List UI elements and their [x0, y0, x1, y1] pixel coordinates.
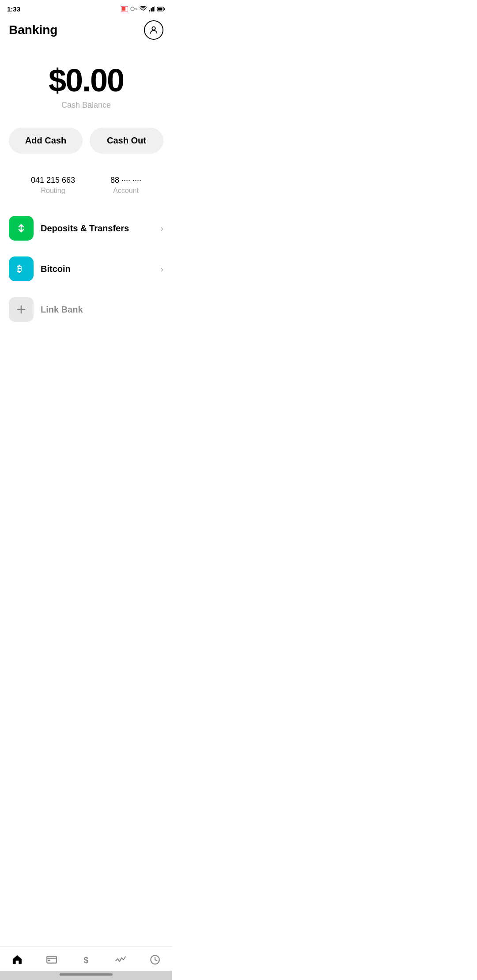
- link-bank-label: Link Bank: [41, 305, 163, 315]
- deposits-transfers-label: Deposits & Transfers: [41, 223, 160, 234]
- svg-point-13: [152, 27, 155, 30]
- deposits-transfers-chevron: ›: [160, 223, 163, 234]
- link-bank-icon-container: [9, 297, 34, 322]
- battery-icon: [157, 7, 165, 11]
- cast-icon: [121, 6, 128, 11]
- status-icons: [121, 6, 165, 11]
- deposits-transfers-icon: [9, 216, 34, 241]
- svg-rect-6: [149, 10, 150, 11]
- svg-rect-12: [158, 8, 163, 10]
- bitcoin-item[interactable]: ₿ Bitcoin ›: [9, 249, 163, 289]
- action-buttons: Add Cash Cash Out: [0, 123, 172, 167]
- svg-rect-8: [152, 7, 154, 11]
- profile-button[interactable]: [144, 20, 163, 40]
- account-detail: 88 ···· ···· Account: [110, 176, 141, 195]
- link-bank-item[interactable]: Link Bank: [9, 289, 163, 330]
- add-cash-button[interactable]: Add Cash: [9, 128, 83, 154]
- profile-icon: [149, 25, 159, 35]
- routing-number: 041 215 663: [31, 176, 75, 185]
- signal-icon: [149, 6, 155, 11]
- page-title: Banking: [9, 23, 57, 37]
- account-label: Account: [110, 187, 141, 195]
- account-number: 88 ···· ····: [110, 176, 141, 185]
- status-bar: 1:33: [0, 0, 172, 16]
- svg-point-2: [131, 7, 134, 11]
- balance-amount: $0.00: [9, 64, 163, 96]
- svg-rect-1: [122, 7, 125, 11]
- svg-rect-11: [164, 8, 165, 10]
- deposits-transfers-item[interactable]: Deposits & Transfers ›: [9, 208, 163, 249]
- header: Banking: [0, 16, 172, 47]
- wifi-icon: [140, 6, 147, 11]
- status-time: 1:33: [7, 5, 20, 13]
- routing-label: Routing: [31, 187, 75, 195]
- list-items: Deposits & Transfers › ₿ Bitcoin › Link …: [0, 208, 172, 330]
- svg-rect-9: [154, 6, 155, 11]
- cash-out-button[interactable]: Cash Out: [90, 128, 163, 154]
- bitcoin-label: Bitcoin: [41, 264, 160, 274]
- bitcoin-chevron: ›: [160, 264, 163, 274]
- routing-detail: 041 215 663 Routing: [31, 176, 75, 195]
- svg-rect-7: [151, 8, 152, 11]
- balance-label: Cash Balance: [9, 101, 163, 110]
- svg-text:₿: ₿: [17, 264, 22, 274]
- bitcoin-icon-container: ₿: [9, 256, 34, 281]
- key-icon: [130, 6, 137, 11]
- balance-section: $0.00 Cash Balance: [0, 47, 172, 123]
- bank-details: 041 215 663 Routing 88 ···· ···· Account: [0, 167, 172, 208]
